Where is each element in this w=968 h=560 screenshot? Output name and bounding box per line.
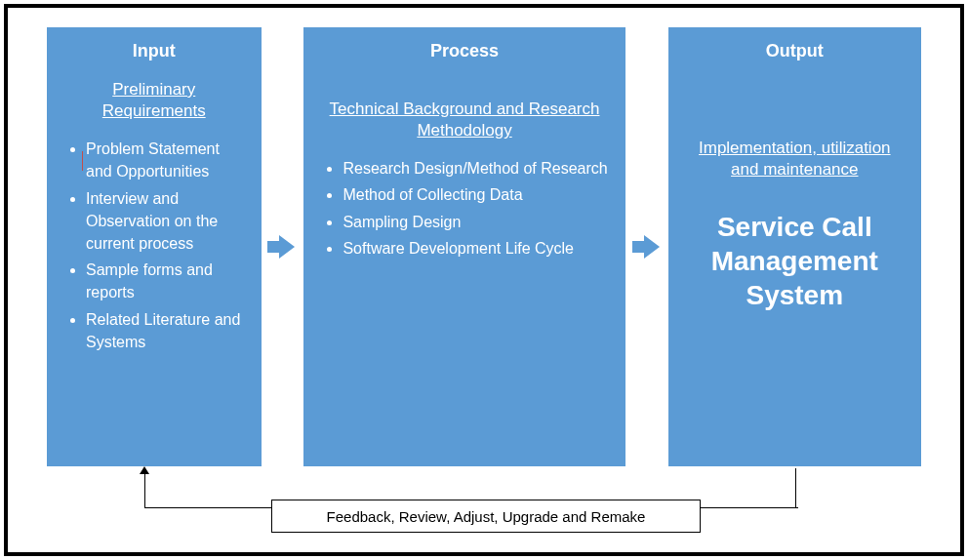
list-item: Related Literature and Systems	[86, 308, 244, 353]
input-box: Input Preliminary Requirements Problem S…	[47, 27, 262, 466]
input-list: Problem Statement and Opportunities Inte…	[64, 138, 244, 357]
process-title: Process	[321, 41, 607, 61]
arrow-right-icon	[632, 235, 662, 259]
ipo-row: Input Preliminary Requirements Problem S…	[47, 27, 921, 466]
list-item: Sampling Design	[343, 211, 607, 233]
list-item: Method of Collecting Data	[343, 183, 607, 206]
output-system-name: Service Call Management System	[686, 210, 904, 312]
process-list: Research Design/Method of Research Metho…	[321, 157, 607, 263]
list-item: Research Design/Method of Research	[343, 157, 607, 180]
process-box: Process Technical Background and Researc…	[303, 27, 625, 466]
arrow-input-to-process	[262, 27, 304, 466]
process-subtitle: Technical Background and Research Method…	[321, 99, 607, 141]
list-item: Sample forms and reports	[86, 259, 244, 303]
list-item: Interview and Observation on the current…	[86, 187, 244, 256]
input-subtitle: Preliminary Requirements	[64, 79, 244, 122]
arrow-process-to-output	[625, 27, 668, 466]
list-item: Problem Statement and Opportunities	[86, 138, 244, 182]
feedback-arrowhead-icon	[140, 466, 149, 474]
arrow-right-icon	[267, 235, 297, 259]
output-title: Output	[686, 41, 904, 61]
text-cursor-icon	[82, 151, 83, 171]
output-subtitle: Implementation, utilization and maintena…	[686, 138, 904, 180]
list-item: Software Development Life Cycle	[343, 237, 607, 260]
feedback-loop-line	[144, 472, 145, 507]
diagram-frame: Input Preliminary Requirements Problem S…	[4, 4, 964, 556]
output-box: Output Implementation, utilization and m…	[668, 27, 921, 466]
feedback-box: Feedback, Review, Adjust, Upgrade and Re…	[271, 500, 701, 533]
input-title: Input	[64, 41, 244, 61]
feedback-label: Feedback, Review, Adjust, Upgrade and Re…	[327, 508, 646, 525]
